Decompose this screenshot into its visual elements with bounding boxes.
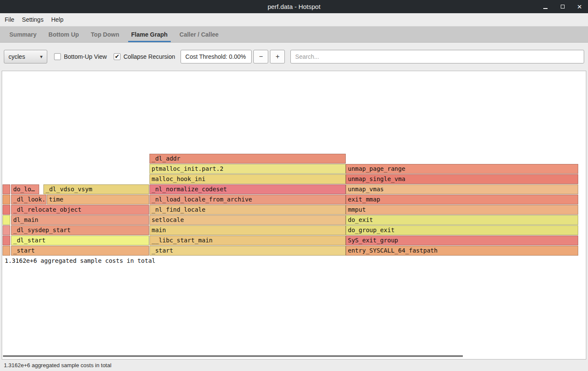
flame-graph-frame[interactable]: _dl_sysdep_start: [11, 225, 149, 235]
minimize-icon: [543, 8, 548, 9]
menu-file[interactable]: File: [1, 13, 18, 26]
collapse-recursion-checkbox[interactable]: ✔: [114, 53, 120, 60]
flame-graph-frame[interactable]: _dl_addr: [149, 154, 346, 164]
minimize-button[interactable]: [542, 3, 549, 10]
flame-graph-frame[interactable]: exit_mmap: [346, 195, 578, 204]
event-type-value: cycles: [4, 53, 36, 60]
horizontal-scrollbar-handle[interactable]: [3, 355, 463, 357]
tab-summary[interactable]: Summary: [3, 26, 43, 42]
flame-graph-frame[interactable]: ptmalloc_init.part.2: [149, 164, 346, 174]
bottom-up-view-checkbox[interactable]: [54, 53, 61, 60]
toolbar: cycles ▾ Bottom-Up View ✔ Collapse Recur…: [0, 43, 588, 71]
flame-graph-frame[interactable]: unmap_single_vma: [346, 174, 578, 184]
cost-threshold-input[interactable]: Cost Threshold: 0.00%: [181, 50, 252, 63]
menu-bar: FileSettingsHelp: [0, 13, 588, 26]
bottom-up-view-toggle[interactable]: Bottom-Up View: [54, 53, 107, 60]
tab-caller-callee[interactable]: Caller / Callee: [174, 26, 225, 42]
flame-graph-canvas: 1.3162e+6 aggregated sample costs in tot…: [2, 71, 586, 359]
threshold-increase-button[interactable]: +: [270, 50, 285, 63]
flame-graph-frame[interactable]: [3, 236, 10, 245]
flame-graph-frame[interactable]: [3, 205, 10, 215]
close-icon: ×: [577, 4, 582, 10]
flame-graph-frame[interactable]: [3, 195, 10, 204]
flame-graph-frame[interactable]: do_group_exit: [346, 225, 578, 235]
menu-help[interactable]: Help: [47, 13, 67, 26]
flame-graph-frame[interactable]: do_lo…: [11, 184, 39, 194]
flame-graph-frame[interactable]: _start: [11, 246, 149, 256]
flame-graph-frame[interactable]: _dl_relocate_object: [11, 205, 149, 215]
flame-graph-frame[interactable]: unmap_page_range: [346, 164, 578, 174]
title-bar: perf.data - Hotspot ×: [0, 0, 588, 13]
flame-graph-frame[interactable]: _start: [149, 246, 346, 256]
tab-bar: SummaryBottom UpTop DownFlame GraphCalle…: [0, 26, 588, 43]
flame-graph-frame[interactable]: [3, 184, 10, 194]
status-text: 1.3162e+6 aggregated sample costs in tot…: [4, 362, 112, 368]
flame-graph-frame[interactable]: _nl_find_locale: [149, 205, 346, 215]
flame-graph-frame[interactable]: time: [47, 195, 149, 204]
flame-graph-frame[interactable]: mmput: [346, 205, 578, 215]
tab-top-down[interactable]: Top Down: [85, 26, 125, 42]
flame-graph-frame[interactable]: _nl_load_locale_from_archive: [149, 195, 346, 204]
maximize-icon: [561, 5, 565, 9]
flame-graph-frame[interactable]: _dl_look.: [11, 195, 46, 204]
maximize-button[interactable]: [559, 3, 566, 10]
tab-bottom-up[interactable]: Bottom Up: [43, 26, 85, 42]
flame-graph-frame[interactable]: do_exit: [346, 215, 578, 225]
flame-graph-frame[interactable]: _dl_vdso_vsym: [43, 184, 149, 194]
menu-settings[interactable]: Settings: [18, 13, 48, 26]
flame-graph-frame[interactable]: [3, 246, 10, 256]
flame-graph-frame[interactable]: malloc_hook_ini: [149, 174, 346, 184]
flame-graph-frame[interactable]: entry_SYSCALL_64_fastpath: [346, 246, 578, 256]
tab-flame-graph[interactable]: Flame Graph: [125, 26, 174, 42]
flame-graph-frame[interactable]: setlocale: [149, 215, 346, 225]
flame-graph-frame[interactable]: __libc_start_main: [149, 236, 346, 245]
search-input[interactable]: [290, 50, 584, 63]
flame-graph-frame[interactable]: dl_main: [11, 215, 149, 225]
threshold-decrease-button[interactable]: −: [253, 50, 268, 63]
event-type-select[interactable]: cycles ▾: [4, 50, 47, 63]
window-title: perf.data - Hotspot: [267, 3, 320, 10]
status-bar: 1.3162e+6 aggregated sample costs in tot…: [0, 359, 588, 371]
flame-graph-frame[interactable]: _nl_normalize_codeset: [149, 184, 346, 194]
flame-graph-frame[interactable]: SyS_exit_group: [346, 236, 578, 245]
flame-graph-frame[interactable]: main: [149, 225, 346, 235]
flame-graph-frame[interactable]: [3, 215, 10, 225]
flame-graph-frame[interactable]: [3, 225, 10, 235]
chevron-down-icon: ▾: [36, 54, 47, 60]
flame-graph-frame[interactable]: _dl_start: [11, 236, 149, 245]
bottom-up-view-label: Bottom-Up View: [64, 53, 107, 60]
close-button[interactable]: ×: [576, 3, 583, 10]
collapse-recursion-toggle[interactable]: ✔ Collapse Recursion: [114, 53, 175, 60]
window-controls: ×: [542, 0, 583, 13]
flame-graph-summary-text: 1.3162e+6 aggregated sample costs in tot…: [5, 257, 155, 264]
flame-graph-frame[interactable]: unmap_vmas: [346, 184, 578, 194]
collapse-recursion-label: Collapse Recursion: [123, 53, 175, 60]
